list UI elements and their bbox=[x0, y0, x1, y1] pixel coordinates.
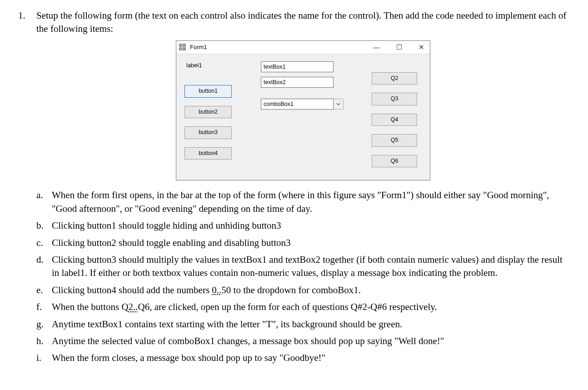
q2-button[interactable]: Q2 bbox=[372, 72, 417, 85]
form-figure: Form1 — ☐ ✕ label1 button1 button2 butto… bbox=[36, 40, 570, 181]
item-f: f. When the buttons Q2..Q6, are clicked,… bbox=[36, 300, 570, 314]
label1: label1 bbox=[184, 61, 244, 70]
form-client-area: label1 button1 button2 button3 button4 bbox=[176, 54, 430, 180]
list-marker-1: 1. bbox=[18, 9, 28, 369]
marker-f: f. bbox=[36, 300, 45, 314]
marker-d: d. bbox=[36, 253, 45, 280]
window-controls: — ☐ ✕ bbox=[373, 44, 426, 50]
marker-g: g. bbox=[36, 318, 45, 331]
text-e: Clicking button4 should add the numbers … bbox=[52, 284, 361, 297]
sub-item-list: a. When the form first opens, in the bar… bbox=[36, 189, 570, 365]
window-title: Form1 bbox=[190, 43, 207, 51]
marker-b: b. bbox=[36, 219, 45, 232]
left-column: label1 button1 button2 button3 button4 bbox=[184, 61, 244, 176]
marker-a: a. bbox=[36, 189, 45, 215]
right-column: Q2 Q3 Q4 Q5 Q6 bbox=[372, 61, 422, 176]
item-g: g. Anytime textBox1 contains text starti… bbox=[36, 318, 570, 331]
titlebar: Form1 — ☐ ✕ bbox=[176, 41, 430, 54]
textbox1[interactable] bbox=[261, 61, 334, 72]
minimize-icon[interactable]: — bbox=[373, 44, 380, 50]
form1-window: Form1 — ☐ ✕ label1 button1 button2 butto… bbox=[176, 40, 430, 181]
underlined-0: 0.. bbox=[212, 285, 221, 295]
button3[interactable]: button3 bbox=[184, 126, 232, 139]
marker-h: h. bbox=[36, 335, 45, 348]
maximize-icon[interactable]: ☐ bbox=[396, 44, 402, 50]
text-a: When the form first opens, in the bar at… bbox=[52, 189, 570, 215]
q3-button[interactable]: Q3 bbox=[372, 93, 417, 105]
item-d: d. Clicking button3 should multiply the … bbox=[36, 253, 570, 280]
text-h: Anytime the selected value of comboBox1 … bbox=[52, 335, 444, 348]
question-1-content: Setup the following form (the text on ea… bbox=[36, 9, 570, 369]
underlined-2: 2.. bbox=[129, 301, 138, 312]
textbox2[interactable] bbox=[261, 77, 334, 88]
marker-i: i. bbox=[36, 351, 45, 365]
middle-column bbox=[261, 61, 347, 176]
item-h: h. Anytime the selected value of comboBo… bbox=[36, 335, 570, 348]
combobox1-wrap bbox=[261, 99, 347, 110]
chevron-down-icon[interactable] bbox=[334, 99, 344, 110]
q4-button[interactable]: Q4 bbox=[372, 114, 417, 126]
item-a: a. When the form first opens, in the bar… bbox=[36, 189, 570, 215]
text-b: Clicking button1 should toggle hiding an… bbox=[52, 219, 281, 232]
item-i: i. When the form closes, a message box s… bbox=[36, 351, 570, 365]
marker-c: c. bbox=[36, 236, 45, 250]
button4[interactable]: button4 bbox=[184, 147, 232, 160]
item-b: b. Clicking button1 should toggle hiding… bbox=[36, 219, 570, 232]
app-icon bbox=[179, 44, 186, 51]
item-e: e. Clicking button4 should add the numbe… bbox=[36, 284, 570, 297]
close-icon[interactable]: ✕ bbox=[419, 44, 424, 50]
intro-text: Setup the following form (the text on ea… bbox=[36, 9, 570, 36]
text-d: Clicking button3 should multiply the val… bbox=[52, 253, 570, 280]
text-i: When the form closes, a message box shou… bbox=[52, 351, 325, 365]
button2[interactable]: button2 bbox=[184, 106, 232, 119]
text-c: Clicking button2 should toggle enabling … bbox=[52, 236, 291, 250]
marker-e: e. bbox=[36, 284, 45, 297]
q6-button[interactable]: Q6 bbox=[372, 155, 417, 168]
combobox1[interactable] bbox=[261, 99, 334, 110]
button1[interactable]: button1 bbox=[184, 85, 232, 98]
q5-button[interactable]: Q5 bbox=[372, 134, 417, 147]
item-c: c. Clicking button2 should toggle enabli… bbox=[36, 236, 570, 250]
question-1: 1. Setup the following form (the text on… bbox=[18, 9, 570, 369]
text-f: When the buttons Q2..Q6, are clicked, op… bbox=[52, 300, 437, 314]
text-g: Anytime textBox1 contains text starting … bbox=[52, 318, 402, 331]
